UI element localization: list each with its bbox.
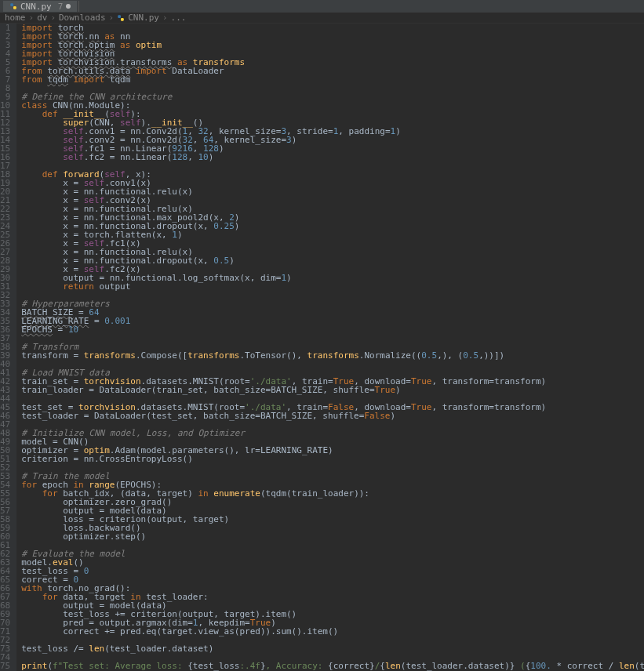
code-line[interactable]: EPOCHS = 10 [21, 325, 644, 334]
tab-divider [78, 1, 79, 12]
breadcrumb: home › dv › Downloads › CNN.py › ... [0, 13, 644, 24]
code-line[interactable]: # Evaluate the model [21, 549, 644, 558]
svg-rect-2 [118, 15, 121, 18]
python-file-icon [117, 14, 125, 22]
modified-indicator-icon [66, 4, 71, 9]
code-line[interactable]: correct += pred.eq(target.view_as(pred))… [21, 627, 644, 636]
code-line[interactable]: test_loader = DataLoader(test_set, batch… [21, 412, 644, 420]
breadcrumb-item[interactable]: dv [37, 13, 47, 23]
chevron-right-icon: › [50, 13, 56, 23]
code-line[interactable]: # Hyperparameters [21, 299, 644, 308]
code-line[interactable] [21, 291, 644, 299]
code-line[interactable]: from tqdm import tqdm [21, 75, 644, 84]
tab-number: 7 [58, 2, 64, 12]
code-line[interactable] [21, 360, 644, 368]
code-line[interactable]: LEARNING_RATE = 0.001 [21, 317, 644, 325]
code-line[interactable]: optimizer.step() [21, 532, 644, 541]
code-line[interactable]: criterion = nn.CrossEntropyLoss() [21, 455, 644, 463]
breadcrumb-item[interactable]: ... [171, 13, 187, 23]
line-number-gutter: 1234567891011121314151617181920212223242… [0, 24, 16, 671]
code-line[interactable]: return output [21, 282, 644, 291]
code-line[interactable]: train_loader = DataLoader(train_set, bat… [21, 386, 644, 394]
line-number: 75 [0, 662, 10, 670]
chevron-right-icon: › [162, 13, 168, 23]
code-line[interactable]: # Initialize CNN model, Loss, and Optimi… [21, 429, 644, 437]
chevron-right-icon: › [29, 13, 35, 23]
code-line[interactable]: model.eval() [21, 558, 644, 567]
code-line[interactable]: transform = transforms.Compose([transfor… [21, 351, 644, 360]
chevron-right-icon: › [109, 13, 115, 23]
breadcrumb-item[interactable]: CNN.py [128, 13, 159, 23]
code-line[interactable]: test_loss /= len(test_loader.dataset) [21, 644, 644, 653]
code-line[interactable] [21, 334, 644, 343]
code-line[interactable]: self.fc2 = nn.Linear(128, 10) [21, 153, 644, 161]
code-area[interactable]: import torchimport torch.nn as nnimport … [16, 24, 644, 671]
code-line[interactable]: test_loss = 0 [21, 567, 644, 575]
python-file-icon [9, 2, 17, 10]
svg-rect-0 [10, 3, 13, 6]
file-tab[interactable]: CNN.py 7 [3, 1, 77, 12]
breadcrumb-item[interactable]: home [5, 13, 26, 23]
tab-filename: CNN.py [20, 2, 52, 12]
code-line[interactable]: print(f"Test set: Average loss: {test_lo… [21, 662, 644, 670]
tab-bar: CNN.py 7 [0, 0, 644, 13]
editor[interactable]: 1234567891011121314151617181920212223242… [0, 24, 644, 671]
breadcrumb-item[interactable]: Downloads [59, 13, 106, 23]
svg-rect-3 [121, 18, 124, 21]
code-line[interactable] [21, 463, 644, 472]
svg-rect-1 [13, 6, 16, 9]
